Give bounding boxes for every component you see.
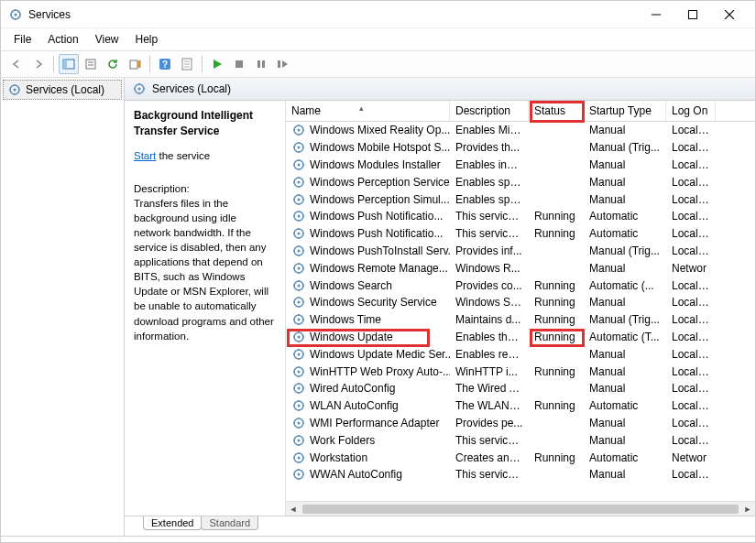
pause-service-button[interactable] bbox=[251, 54, 271, 74]
titlebar: Services bbox=[1, 1, 755, 28]
gear-icon bbox=[291, 157, 306, 172]
service-row[interactable]: Windows Modules InstallerEnables inst...… bbox=[286, 157, 755, 174]
service-status bbox=[529, 353, 584, 355]
tree-pane[interactable]: Services (Local) bbox=[1, 78, 125, 536]
service-row[interactable]: Windows Mobile Hotspot S...Provides th..… bbox=[286, 139, 755, 157]
menu-help[interactable]: Help bbox=[128, 30, 166, 49]
service-logon: Local Sy bbox=[666, 416, 716, 430]
service-status bbox=[529, 181, 584, 183]
service-description: Provides pe... bbox=[450, 416, 529, 430]
gear-icon bbox=[291, 381, 306, 396]
tab-extended[interactable]: Extended bbox=[143, 516, 202, 530]
column-name[interactable]: Name▴ bbox=[286, 101, 450, 121]
tab-standard[interactable]: Standard bbox=[201, 516, 258, 530]
close-button[interactable] bbox=[711, 2, 748, 27]
service-row[interactable]: WorkstationCreates and...RunningAutomati… bbox=[286, 449, 755, 466]
help-button[interactable]: ? bbox=[155, 54, 175, 74]
service-row[interactable]: Windows Perception ServiceEnables spa...… bbox=[286, 173, 755, 190]
service-row[interactable]: Windows Update Medic Ser...Enables rem..… bbox=[286, 345, 755, 363]
svg-point-61 bbox=[298, 421, 301, 424]
service-description: Enables rem... bbox=[450, 347, 529, 362]
service-row[interactable]: Windows Push Notificatio...This service … bbox=[286, 208, 755, 225]
export-button[interactable] bbox=[125, 54, 145, 74]
column-log-on[interactable]: Log On bbox=[666, 101, 716, 121]
svg-point-55 bbox=[298, 370, 301, 373]
service-logon: Local Sy bbox=[666, 347, 716, 362]
service-description: Enables Mix... bbox=[450, 123, 529, 137]
restart-service-button[interactable] bbox=[273, 54, 293, 74]
service-name: Windows Update bbox=[310, 331, 393, 343]
service-row[interactable]: Windows Mixed Reality Op...Enables Mix..… bbox=[286, 122, 755, 139]
service-logon: Local Sy bbox=[666, 157, 716, 172]
back-button[interactable] bbox=[6, 54, 27, 74]
gear-icon bbox=[291, 416, 306, 430]
service-description: Creates and... bbox=[450, 451, 529, 465]
service-row[interactable]: Windows Perception Simul...Enables spa..… bbox=[286, 190, 755, 208]
list-body[interactable]: Windows Mixed Reality Op...Enables Mix..… bbox=[286, 122, 755, 516]
start-service-link[interactable]: Start bbox=[134, 150, 156, 161]
service-row[interactable]: WinHTTP Web Proxy Auto-...WinHTTP i...Ru… bbox=[286, 363, 755, 380]
service-row[interactable]: WWAN AutoConfigThis service ...ManualLoc… bbox=[286, 466, 755, 483]
service-logon: Local Sy bbox=[666, 123, 716, 137]
service-row[interactable]: Windows Push Notificatio...This service … bbox=[286, 225, 755, 243]
svg-text:?: ? bbox=[162, 60, 168, 70]
service-row[interactable]: Windows Security ServiceWindows Se...Run… bbox=[286, 294, 755, 311]
svg-rect-3 bbox=[689, 10, 697, 18]
gear-icon bbox=[291, 330, 306, 344]
scroll-left-icon[interactable]: ◄ bbox=[286, 502, 301, 516]
service-startup-type: Manual (Trig... bbox=[584, 140, 666, 155]
service-status: Running bbox=[529, 330, 584, 344]
properties-button[interactable] bbox=[81, 54, 101, 74]
service-name: Windows Mobile Hotspot S... bbox=[310, 141, 450, 154]
service-status bbox=[529, 164, 584, 166]
service-row[interactable]: Wired AutoConfigThe Wired A...ManualLoca… bbox=[286, 380, 755, 397]
service-row[interactable]: Windows UpdateEnables the ...RunningAuto… bbox=[286, 329, 755, 346]
service-name: Windows Time bbox=[310, 313, 381, 326]
tree-root-item[interactable]: Services (Local) bbox=[3, 80, 122, 100]
gear-icon bbox=[291, 209, 306, 223]
menu-view[interactable]: View bbox=[88, 30, 126, 49]
service-row[interactable]: WMI Performance AdapterProvides pe...Man… bbox=[286, 415, 755, 432]
scroll-thumb[interactable] bbox=[302, 505, 739, 514]
toolbar-separator bbox=[53, 56, 54, 72]
service-row[interactable]: Windows Remote Manage...Windows R...Manu… bbox=[286, 259, 755, 277]
service-name: Windows Remote Manage... bbox=[310, 262, 448, 275]
service-row[interactable]: Work FoldersThis service ...ManualLocal … bbox=[286, 431, 755, 449]
service-row[interactable]: Windows SearchProvides co...RunningAutom… bbox=[286, 277, 755, 294]
service-row[interactable]: WLAN AutoConfigThe WLANS...RunningAutoma… bbox=[286, 397, 755, 415]
column-description[interactable]: Description bbox=[450, 101, 529, 121]
properties-page-button[interactable] bbox=[177, 54, 197, 74]
forward-button[interactable] bbox=[28, 54, 49, 74]
scroll-right-icon[interactable]: ► bbox=[740, 502, 755, 516]
gear-icon bbox=[291, 295, 306, 310]
services-list[interactable]: Name▴ Description Status Startup Type Lo… bbox=[285, 101, 755, 516]
menu-action[interactable]: Action bbox=[40, 30, 85, 49]
gear-icon bbox=[7, 82, 22, 97]
svg-point-45 bbox=[298, 284, 301, 287]
svg-point-27 bbox=[298, 129, 301, 132]
maximize-button[interactable] bbox=[674, 2, 711, 27]
svg-rect-21 bbox=[278, 60, 280, 68]
service-row[interactable]: Windows TimeMaintains d...RunningManual … bbox=[286, 311, 755, 329]
stop-service-button[interactable] bbox=[229, 54, 249, 74]
horizontal-scrollbar[interactable]: ◄ ► bbox=[286, 501, 755, 516]
column-status[interactable]: Status bbox=[529, 101, 584, 121]
service-status: Running bbox=[529, 209, 584, 223]
gear-icon bbox=[291, 175, 306, 190]
show-hide-tree-button[interactable] bbox=[59, 54, 79, 74]
service-description: Windows Se... bbox=[450, 295, 529, 310]
svg-point-67 bbox=[298, 473, 301, 476]
minimize-button[interactable] bbox=[638, 2, 674, 27]
menu-file[interactable]: File bbox=[6, 30, 38, 49]
content-header: Services (Local) bbox=[125, 78, 755, 101]
start-service-suffix: the service bbox=[156, 150, 210, 161]
svg-point-35 bbox=[298, 198, 301, 201]
service-description: Enables spa... bbox=[450, 175, 529, 190]
service-row[interactable]: Windows PushToInstall Serv...Provides in… bbox=[286, 243, 755, 260]
column-startup-type[interactable]: Startup Type bbox=[584, 101, 666, 121]
selected-service-title: Background Intelligent Transfer Service bbox=[134, 108, 276, 139]
start-service-button[interactable] bbox=[207, 54, 227, 74]
service-status bbox=[529, 440, 584, 441]
service-description: This service ... bbox=[450, 226, 529, 241]
refresh-button[interactable] bbox=[103, 54, 123, 74]
